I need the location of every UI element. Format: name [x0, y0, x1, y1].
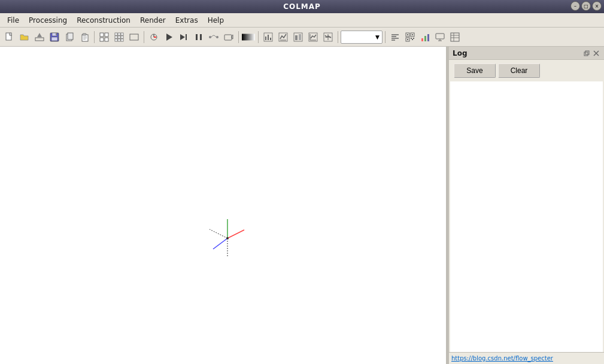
svg-rect-36: [200, 34, 202, 40]
grid-button[interactable]: [112, 30, 126, 44]
svg-rect-41: [242, 34, 255, 40]
svg-rect-17: [100, 38, 104, 41]
svg-rect-27: [121, 39, 123, 41]
new-button[interactable]: [2, 30, 17, 44]
log-content[interactable]: [450, 81, 603, 352]
menu-processing[interactable]: Processing: [24, 15, 72, 26]
menu-file[interactable]: File: [2, 15, 24, 26]
chart-button[interactable]: [418, 30, 432, 44]
import-button[interactable]: [32, 30, 47, 44]
svg-rect-66: [407, 39, 408, 40]
stats3-button[interactable]: [291, 30, 305, 44]
stats5-button[interactable]: [321, 30, 335, 44]
window-controls[interactable]: – □ ×: [570, 1, 602, 11]
log-panel: Log Save Clear https://blog.csdn.net/flo…: [448, 47, 604, 364]
minimize-button[interactable]: –: [570, 1, 580, 11]
log-header: Log: [449, 47, 604, 60]
monitor-button[interactable]: [433, 30, 447, 44]
interpolate-button[interactable]: [207, 30, 221, 44]
axis-widget: [204, 214, 251, 262]
svg-marker-40: [232, 35, 233, 39]
table-button[interactable]: [448, 30, 462, 44]
log-save-button[interactable]: Save: [454, 63, 496, 78]
log-buttons-area: Save Clear: [449, 60, 604, 81]
svg-rect-16: [105, 33, 108, 37]
svg-point-37: [209, 36, 211, 38]
svg-rect-70: [421, 38, 423, 41]
pause-button[interactable]: [192, 30, 206, 44]
menu-reconstruction[interactable]: Reconstruction: [72, 15, 135, 26]
menu-render[interactable]: Render: [135, 15, 171, 26]
svg-rect-24: [121, 36, 123, 38]
main-area: Log Save Clear https://blog.csdn.net/flo…: [0, 47, 604, 364]
paste-button[interactable]: [77, 30, 92, 44]
camera-button[interactable]: [221, 30, 236, 44]
svg-line-84: [213, 238, 227, 249]
app-title: COLMAP: [283, 2, 321, 11]
toolbar-sep-5: [338, 31, 338, 43]
record-button[interactable]: [147, 30, 161, 44]
svg-rect-23: [118, 36, 120, 38]
toolbar-sep-6: [385, 31, 386, 43]
close-button[interactable]: ×: [592, 1, 602, 11]
svg-rect-72: [427, 34, 429, 41]
render-dropdown[interactable]: ▼: [341, 31, 383, 44]
copy-button[interactable]: [62, 30, 77, 44]
svg-rect-67: [411, 38, 412, 39]
svg-rect-50: [299, 34, 301, 40]
dropdown-arrow-icon: ▼: [375, 34, 380, 40]
log-footer: https://blog.csdn.net/flow_specter: [449, 352, 604, 364]
svg-rect-34: [186, 34, 187, 40]
next-button[interactable]: [177, 30, 191, 44]
svg-rect-76: [451, 33, 459, 41]
svg-rect-49: [295, 35, 298, 40]
svg-marker-33: [180, 34, 185, 40]
align-left-button[interactable]: [388, 30, 402, 44]
stats2-button[interactable]: [276, 30, 290, 44]
svg-rect-11: [83, 34, 86, 35]
svg-rect-6: [56, 33, 57, 35]
svg-rect-26: [118, 39, 120, 41]
svg-line-80: [210, 229, 227, 238]
log-clear-button[interactable]: Clear: [498, 63, 540, 78]
svg-rect-21: [121, 33, 123, 35]
svg-rect-28: [130, 34, 138, 40]
svg-rect-2: [35, 38, 44, 41]
stats1-button[interactable]: [261, 30, 275, 44]
svg-line-82: [227, 230, 244, 238]
menu-bar: File Processing Reconstruction Render Ex…: [0, 13, 604, 28]
log-float-button[interactable]: [582, 49, 591, 57]
log-url: https://blog.csdn.net/flow_specter: [451, 355, 553, 362]
toolbar: ▼: [0, 28, 604, 47]
svg-rect-9: [68, 33, 73, 40]
svg-rect-73: [436, 34, 444, 39]
points-button[interactable]: [97, 30, 111, 44]
svg-rect-71: [424, 36, 426, 41]
svg-rect-22: [115, 36, 117, 38]
toolbar-sep-3: [238, 31, 239, 43]
maximize-button[interactable]: □: [581, 1, 591, 11]
svg-rect-7: [51, 37, 57, 41]
svg-rect-12: [83, 37, 87, 37]
toolbar-sep-1: [94, 31, 95, 43]
svg-rect-13: [83, 38, 87, 38]
svg-rect-15: [100, 33, 104, 37]
toolbar-sep-4: [258, 31, 259, 43]
stats4-button[interactable]: [306, 30, 320, 44]
open-button[interactable]: [17, 30, 32, 44]
svg-rect-69: [412, 39, 413, 40]
svg-rect-87: [585, 51, 589, 54]
gradient-button[interactable]: [241, 30, 256, 44]
save-button[interactable]: [47, 30, 62, 44]
play-button[interactable]: [162, 30, 176, 44]
toolbar-sep-2: [144, 31, 144, 43]
svg-marker-1: [10, 33, 11, 35]
viewport[interactable]: [0, 47, 446, 364]
box-button[interactable]: [127, 30, 141, 44]
svg-rect-35: [196, 34, 198, 40]
menu-help[interactable]: Help: [203, 15, 229, 26]
menu-extras[interactable]: Extras: [171, 15, 203, 26]
svg-rect-39: [224, 35, 232, 40]
qr-button[interactable]: [403, 30, 417, 44]
log-close-button[interactable]: [592, 49, 600, 57]
